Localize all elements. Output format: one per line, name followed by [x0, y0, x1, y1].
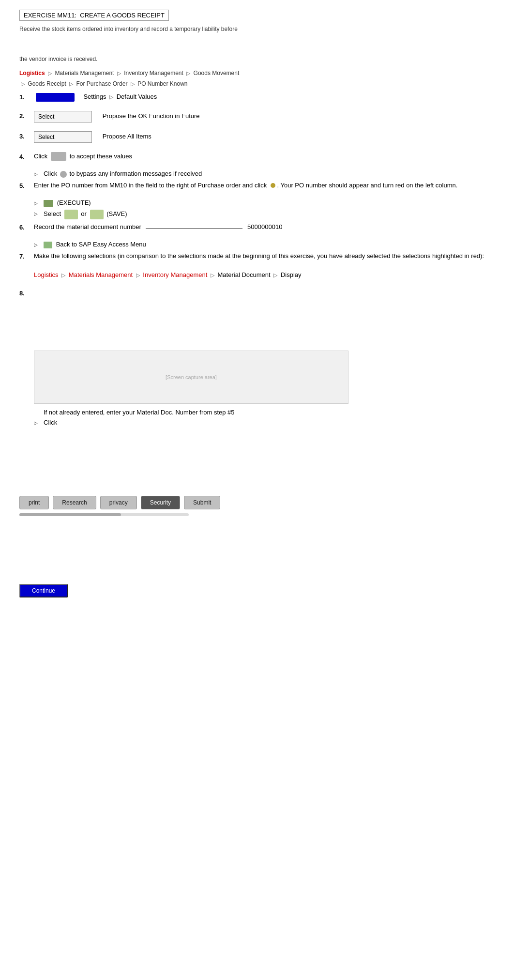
- bc1-logistics: Logistics: [19, 70, 45, 77]
- step3-select-dropdown[interactable]: Select: [34, 131, 92, 143]
- step4-click-label: Click: [34, 153, 49, 160]
- bc1-goods-movement: Goods Movement: [194, 70, 240, 77]
- bullet-back: ▷ Back to SAP Easy Access Menu: [34, 241, 495, 248]
- save-button-1[interactable]: [64, 210, 78, 219]
- step2-label: Propose the OK Function in Future: [103, 112, 200, 120]
- step3-label: Propose All Items: [103, 133, 151, 140]
- bc1-goods-receipt: Goods Receipt: [28, 80, 66, 87]
- subtitle-text: Receive the stock items ordered into inv…: [19, 26, 495, 32]
- bc2-materials: Materials Management: [69, 271, 133, 278]
- back-label: Back to SAP Easy Access Menu: [56, 241, 146, 248]
- step5-dot-icon: [271, 183, 275, 188]
- submit-button[interactable]: Submit: [184, 496, 220, 509]
- screenshot-label: [Screen capture area]: [166, 374, 217, 380]
- exercise-title: EXERCISE MM11: CREATE A GOODS RECEIPT: [19, 10, 169, 21]
- step6-doc-number: 5000000010: [247, 223, 282, 230]
- step-1: 1. Settings ▷ Default Values: [19, 92, 495, 102]
- bc2-display: Display: [281, 271, 302, 278]
- bc2-logistics: Logistics: [34, 271, 59, 278]
- select-label: Select: [44, 210, 63, 217]
- step-4: 4. Click to accept these values: [19, 152, 495, 162]
- bc1-inventory: Inventory Management: [124, 70, 183, 77]
- step6-record-label: Record the material document number: [34, 223, 141, 230]
- bc2-material-doc: Material Document: [218, 271, 271, 278]
- bullet-save: ▷ Select or (SAVE): [34, 210, 495, 219]
- step1-blue-button[interactable]: [36, 93, 75, 102]
- click-label: Click: [44, 419, 57, 426]
- step1-default-values-label: Default Values: [117, 93, 157, 100]
- bullet-bypass: ▷ Click to bypass any information messag…: [34, 170, 495, 178]
- bc1-for-po: For Purchase Order: [76, 80, 127, 87]
- subtitle2-text: the vendor invoice is received.: [19, 56, 495, 62]
- bullet-if-not-entered: If not already entered, enter your Mater…: [34, 409, 495, 416]
- bottom-action-area: Continue: [19, 574, 495, 597]
- bc1-po-known: PO Number Known: [137, 80, 187, 87]
- title-bar: EXERCISE MM11: CREATE A GOODS RECEIPT: [19, 10, 495, 21]
- step-5: 5. Enter the PO number from MM10 in the …: [19, 181, 495, 191]
- continue-button[interactable]: Continue: [19, 584, 68, 597]
- step2-select-dropdown[interactable]: Select: [34, 111, 92, 122]
- execute-button-img: [44, 200, 53, 207]
- step4-ok-button[interactable]: [51, 152, 66, 161]
- print-button[interactable]: print: [19, 496, 49, 509]
- step-7: 7. Make the following selections (in com…: [19, 251, 495, 280]
- screenshot-placeholder: [Screen capture area]: [34, 351, 348, 404]
- bullet-click: ▷ Click: [34, 419, 495, 426]
- step-3: 3. Select Propose All Items: [19, 131, 495, 143]
- privacy-button[interactable]: privacy: [100, 496, 137, 509]
- save-button-2[interactable]: [90, 210, 104, 219]
- step-6: 6. Record the material document number 5…: [19, 222, 495, 232]
- save-label: (SAVE): [106, 210, 127, 217]
- bypass-circle-button[interactable]: [60, 171, 67, 178]
- back-button-img[interactable]: [44, 242, 52, 248]
- bullet-execute: ▷ (EXECUTE): [34, 199, 495, 207]
- step-2: 2. Select Propose the OK Function in Fut…: [19, 111, 495, 122]
- material-doc-number-blank: [146, 229, 242, 229]
- execute-label: (EXECUTE): [57, 199, 91, 206]
- step1-settings-label: Settings: [83, 93, 106, 100]
- step4-accept-label: to accept these values: [70, 153, 132, 160]
- bc1-materials: Materials Management: [55, 70, 114, 77]
- security-button[interactable]: Security: [141, 496, 180, 509]
- bc2-inventory: Inventory Management: [143, 271, 207, 278]
- toolbar: print Research privacy Security Submit: [19, 496, 495, 509]
- step-8: 8.: [19, 288, 495, 298]
- if-not-entered-label: If not already entered, enter your Mater…: [44, 409, 235, 416]
- breadcrumb-1: Logistics ▷ Materials Management ▷ Inven…: [19, 68, 495, 89]
- research-button[interactable]: Research: [53, 496, 96, 509]
